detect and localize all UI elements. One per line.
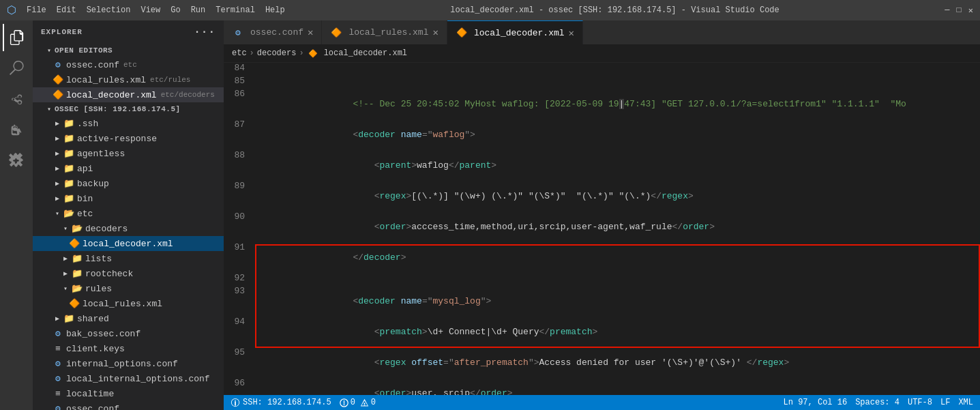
code-content-96: <order>user, srcip</order>: [254, 378, 980, 395]
open-editors-arrow: ▾: [44, 45, 55, 56]
tree-local-rules-xml[interactable]: 🔶 local_rules.xml: [33, 296, 224, 311]
tree-client-keys[interactable]: ≡ client.keys: [33, 341, 224, 356]
code-content-93: <decoder name="mysql_log">: [254, 286, 980, 317]
tree-local-internal-options[interactable]: ⚙ local_internal_options.conf: [33, 371, 224, 386]
code-editor: 84 85 86 <!-- Dec 25 20:45:02 MyHost waf…: [224, 63, 980, 395]
activity-extensions[interactable]: [3, 147, 30, 174]
section-open-editors[interactable]: ▾ OPEN EDITORS: [33, 44, 224, 57]
line-num-94: 94: [224, 317, 254, 347]
tree-api-label: api: [77, 164, 93, 174]
tree-rules[interactable]: ▾ 📂 rules: [33, 281, 224, 296]
breadcrumb-sep-2: ›: [299, 48, 303, 58]
line-num-86: 86: [224, 89, 254, 119]
breadcrumb-file[interactable]: local_decoder.xml: [324, 48, 407, 58]
tree-active-response[interactable]: ▶ 📁 active-response: [33, 131, 224, 146]
line-num-96: 96: [224, 378, 254, 395]
code-line-96: 96 <order>user, srcip</order>: [224, 378, 980, 395]
tree-api[interactable]: ▶ 📁 api: [33, 161, 224, 176]
file-icon: ≡: [52, 387, 64, 400]
tree-internal-options[interactable]: ⚙ internal_options.conf: [33, 356, 224, 371]
activity-source-control[interactable]: [3, 85, 30, 113]
code-content-94: <prematch>\d+ Connect|\d+ Query</prematc…: [254, 317, 980, 347]
key-icon: ≡: [52, 342, 64, 355]
window-title: local_decoder.xml - ossec [SSH: 192.168.…: [285, 5, 945, 15]
tree-lists[interactable]: ▶ 📁 lists: [33, 251, 224, 266]
tab-ossec-conf-label: ossec.conf: [250, 27, 303, 38]
gear-icon: ⚙: [52, 59, 64, 71]
tree-localtime[interactable]: ≡ localtime: [33, 386, 224, 401]
errors-count: 0: [351, 398, 355, 407]
tab-local-decoder-close[interactable]: ✕: [569, 27, 574, 39]
tree-backup[interactable]: ▶ 📁 backup: [33, 176, 224, 191]
open-editor-local-decoder[interactable]: 🔶 local_decoder.xml etc/decoders: [33, 87, 224, 102]
status-encoding[interactable]: UTF-8: [908, 398, 932, 407]
open-editor-ossec-conf[interactable]: ⚙ ossec.conf etc: [33, 57, 224, 72]
line-num-95: 95: [224, 347, 254, 378]
tree-etc[interactable]: ▾ 📂 etc: [33, 206, 224, 221]
tab-local-rules-icon: 🔶: [330, 27, 342, 39]
editor-area: ⚙ ossec.conf ✕ 🔶 local_rules.xml ✕ 🔶 loc…: [224, 20, 980, 410]
code-content-95: <regex offset="after_prematch">Access de…: [254, 347, 980, 378]
code-content-90: <order>acccess_time,method,uri,srcip,use…: [254, 211, 980, 242]
xml-icon: 🔶: [52, 74, 64, 86]
status-spaces[interactable]: Spaces: 4: [855, 398, 900, 407]
tree-localtime-label: localtime: [66, 389, 114, 399]
menu-help[interactable]: Help: [265, 5, 285, 15]
tree-ssh[interactable]: ▶ 📁 .ssh: [33, 116, 224, 131]
status-line-ending[interactable]: LF: [940, 398, 950, 407]
folder-icon: 📁: [63, 162, 75, 175]
backup-arrow: ▶: [52, 178, 63, 189]
minimize-button[interactable]: ─: [945, 5, 949, 16]
lists-arrow: ▶: [60, 253, 71, 264]
activity-search[interactable]: [3, 55, 30, 82]
status-language[interactable]: XML: [958, 398, 973, 407]
code-line-94: 94 <prematch>\d+ Connect|\d+ Query</prem…: [224, 317, 980, 347]
sidebar-more-button[interactable]: ···: [194, 26, 216, 38]
gear-icon: ⚙: [52, 402, 64, 410]
tree-bin[interactable]: ▶ 📁 bin: [33, 191, 224, 206]
tab-local-decoder-xml[interactable]: 🔶 local_decoder.xml ✕: [447, 20, 583, 44]
line-num-91: 91: [224, 242, 254, 273]
menu-terminal[interactable]: Terminal: [216, 5, 255, 15]
code-content-85: [254, 76, 980, 89]
activity-run-debug[interactable]: [3, 116, 30, 143]
breadcrumb: etc › decoders › 🔶 local_decoder.xml: [224, 44, 980, 63]
menu-selection[interactable]: Selection: [87, 5, 131, 15]
status-bar: SSH: 192.168.174.5 0 0 Ln 97, Col 16 Spa…: [224, 395, 980, 410]
tab-local-rules-close[interactable]: ✕: [432, 27, 438, 38]
breadcrumb-decoders[interactable]: decoders: [257, 48, 297, 58]
status-errors[interactable]: 0 0: [340, 398, 376, 407]
window-controls: ─ □ ✕: [945, 5, 973, 16]
close-button[interactable]: ✕: [968, 5, 973, 16]
tree-local-decoder-xml[interactable]: 🔶 local_decoder.xml: [33, 236, 224, 251]
folder-icon: 📁: [63, 117, 75, 130]
code-line-85: 85: [224, 76, 980, 89]
status-cursor-pos[interactable]: Ln 97, Col 16: [784, 398, 848, 407]
tab-local-decoder-label: local_decoder.xml: [474, 28, 565, 38]
menu-go[interactable]: Go: [170, 5, 180, 15]
menu-view[interactable]: View: [140, 5, 160, 15]
code-content-88: <parent>waflog</parent>: [254, 150, 980, 181]
tree-internal-options-label: internal_options.conf: [66, 359, 178, 369]
code-wrapper[interactable]: 84 85 86 <!-- Dec 25 20:45:02 MyHost waf…: [224, 63, 980, 395]
tab-ossec-conf-close[interactable]: ✕: [308, 27, 313, 38]
tree-ossec-conf[interactable]: ⚙ ossec.conf: [33, 401, 224, 410]
tree-rootcheck[interactable]: ▶ 📁 rootcheck: [33, 266, 224, 281]
tree-decoders[interactable]: ▾ 📂 decoders: [33, 221, 224, 236]
tree-bin-label: bin: [77, 194, 93, 204]
status-ssh[interactable]: SSH: 192.168.174.5: [231, 398, 331, 407]
tab-ossec-conf[interactable]: ⚙ ossec.conf ✕: [224, 20, 322, 44]
activity-explorer[interactable]: [3, 24, 30, 51]
menu-edit[interactable]: Edit: [57, 5, 76, 15]
breadcrumb-etc[interactable]: etc: [232, 48, 247, 58]
menu-run[interactable]: Run: [191, 5, 206, 15]
tab-local-rules-xml[interactable]: 🔶 local_rules.xml ✕: [322, 20, 447, 44]
section-ossec-ssh[interactable]: ▾ OSSEC [SSH: 192.168.174.5]: [33, 102, 224, 116]
maximize-button[interactable]: □: [957, 5, 962, 16]
tree-agentless[interactable]: ▶ 📁 agentless: [33, 146, 224, 161]
folder-icon: 📁: [71, 267, 83, 280]
open-editor-local-rules[interactable]: 🔶 local_rules.xml etc/rules: [33, 72, 224, 87]
tree-bak-ossec-conf[interactable]: ⚙ bak_ossec.conf: [33, 326, 224, 341]
menu-file[interactable]: File: [27, 5, 46, 15]
tree-shared[interactable]: ▶ 📁 shared: [33, 311, 224, 326]
